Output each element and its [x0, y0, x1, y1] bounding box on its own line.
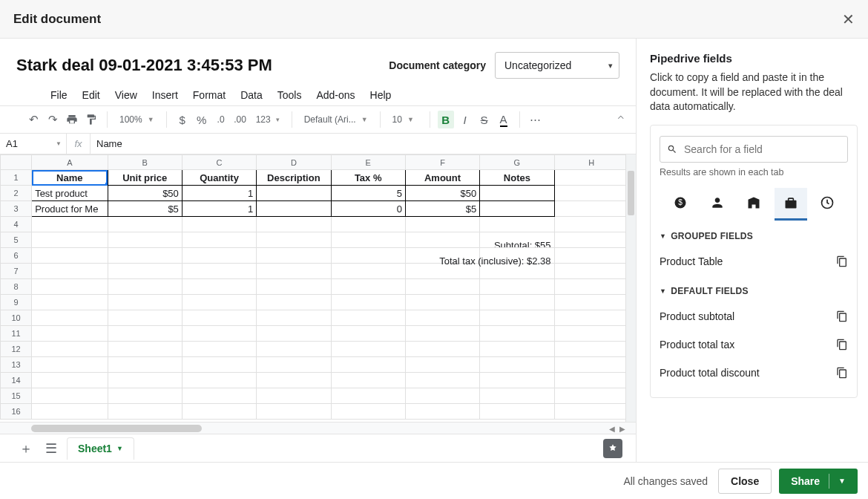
cell[interactable]: [554, 373, 628, 388]
cell[interactable]: Product for Me: [32, 201, 108, 217]
menu-tools[interactable]: Tools: [277, 89, 302, 101]
cell[interactable]: [257, 232, 331, 248]
cell[interactable]: Amount: [405, 170, 479, 186]
cell[interactable]: [32, 310, 108, 326]
cell[interactable]: [405, 373, 479, 388]
cell[interactable]: [32, 388, 108, 404]
row-header[interactable]: 11: [1, 326, 32, 342]
row-header[interactable]: 9: [1, 295, 32, 310]
cell[interactable]: [257, 248, 331, 264]
copy-icon[interactable]: [836, 339, 848, 350]
copy-icon[interactable]: [836, 310, 848, 322]
cell[interactable]: [554, 232, 628, 248]
cell[interactable]: Description: [257, 170, 331, 186]
cell[interactable]: [480, 186, 554, 201]
menu-data[interactable]: Data: [240, 89, 263, 101]
caret-down-icon[interactable]: ▼: [838, 477, 846, 485]
cell[interactable]: [405, 217, 479, 232]
cell[interactable]: [331, 310, 405, 326]
cell[interactable]: [32, 404, 108, 420]
cell[interactable]: [554, 404, 628, 420]
cell[interactable]: [32, 279, 108, 295]
cell[interactable]: Total tax (inclusive): $2.38: [480, 248, 554, 264]
cell[interactable]: [480, 404, 554, 420]
cell[interactable]: [32, 342, 108, 357]
decrease-decimal-icon[interactable]: .0: [213, 111, 229, 128]
cell[interactable]: [554, 342, 628, 357]
cell[interactable]: [257, 404, 331, 420]
row-header[interactable]: 7: [1, 264, 32, 279]
col-header-D[interactable]: D: [257, 155, 331, 170]
cell[interactable]: [108, 342, 182, 357]
cell[interactable]: [182, 295, 256, 310]
cell[interactable]: [257, 295, 331, 310]
cell[interactable]: [480, 217, 554, 232]
cell[interactable]: [480, 373, 554, 388]
cell[interactable]: [182, 388, 256, 404]
close-icon[interactable]: ✕: [842, 10, 855, 28]
add-sheet-button[interactable]: ＋: [16, 439, 36, 458]
cell[interactable]: [554, 264, 628, 279]
row-header[interactable]: 6: [1, 248, 32, 264]
cell[interactable]: [480, 279, 554, 295]
cell[interactable]: [182, 264, 256, 279]
row-header[interactable]: 3: [1, 201, 32, 217]
cell[interactable]: [554, 217, 628, 232]
all-sheets-button[interactable]: ☰: [42, 439, 61, 458]
cell[interactable]: [108, 232, 182, 248]
cell[interactable]: 1: [182, 186, 256, 201]
cell[interactable]: [554, 186, 628, 201]
cell[interactable]: $50: [108, 186, 182, 201]
cell[interactable]: [32, 373, 108, 388]
cell[interactable]: [405, 279, 479, 295]
cell[interactable]: [257, 217, 331, 232]
col-header-H[interactable]: H: [554, 155, 628, 170]
cell[interactable]: [108, 373, 182, 388]
cell[interactable]: [108, 217, 182, 232]
cell[interactable]: $5: [405, 201, 479, 217]
number-format-select[interactable]: 123▾: [251, 111, 284, 128]
cell[interactable]: Unit price: [108, 170, 182, 186]
italic-button[interactable]: I: [457, 111, 473, 128]
explore-button[interactable]: [603, 439, 622, 458]
menu-help[interactable]: Help: [370, 89, 392, 101]
cell[interactable]: [554, 170, 628, 186]
cell[interactable]: [257, 388, 331, 404]
cell[interactable]: [257, 186, 331, 201]
field-product-total-discount[interactable]: Product total discount: [660, 359, 848, 387]
cell[interactable]: [108, 279, 182, 295]
cell[interactable]: $50: [405, 186, 479, 201]
collapse-toolbar-button[interactable]: ⌵: [618, 114, 624, 125]
row-header[interactable]: 4: [1, 217, 32, 232]
field-product-table[interactable]: Product Table: [660, 247, 848, 275]
sheet-tab[interactable]: Sheet1▼: [67, 437, 134, 460]
copy-icon[interactable]: [836, 367, 848, 379]
cell[interactable]: [405, 342, 479, 357]
col-header-E[interactable]: E: [331, 155, 405, 170]
cell[interactable]: [405, 326, 479, 342]
cell[interactable]: [257, 373, 331, 388]
cell[interactable]: [108, 264, 182, 279]
cell[interactable]: [331, 357, 405, 373]
row-header[interactable]: 2: [1, 186, 32, 201]
cell[interactable]: [182, 217, 256, 232]
horizontal-scrollbar[interactable]: ◀▶: [0, 422, 636, 434]
cell[interactable]: 1: [182, 201, 256, 217]
cell[interactable]: [554, 295, 628, 310]
cell[interactable]: [331, 404, 405, 420]
cell[interactable]: Subtotal: $55: [480, 232, 554, 248]
menu-insert[interactable]: Insert: [152, 89, 178, 101]
cell[interactable]: [554, 279, 628, 295]
cell[interactable]: [257, 326, 331, 342]
undo-icon[interactable]: ↶: [25, 111, 42, 128]
cell[interactable]: [182, 326, 256, 342]
menu-file[interactable]: File: [50, 89, 68, 101]
cell[interactable]: Tax %: [331, 170, 405, 186]
cell[interactable]: [331, 388, 405, 404]
name-box[interactable]: A1▼: [0, 134, 67, 154]
cell[interactable]: [405, 357, 479, 373]
bold-button[interactable]: B: [438, 111, 454, 128]
field-product-subtotal[interactable]: Product subtotal: [660, 302, 848, 330]
vertical-scrollbar[interactable]: [625, 154, 636, 422]
tab-deal-icon[interactable]: $: [664, 188, 697, 221]
